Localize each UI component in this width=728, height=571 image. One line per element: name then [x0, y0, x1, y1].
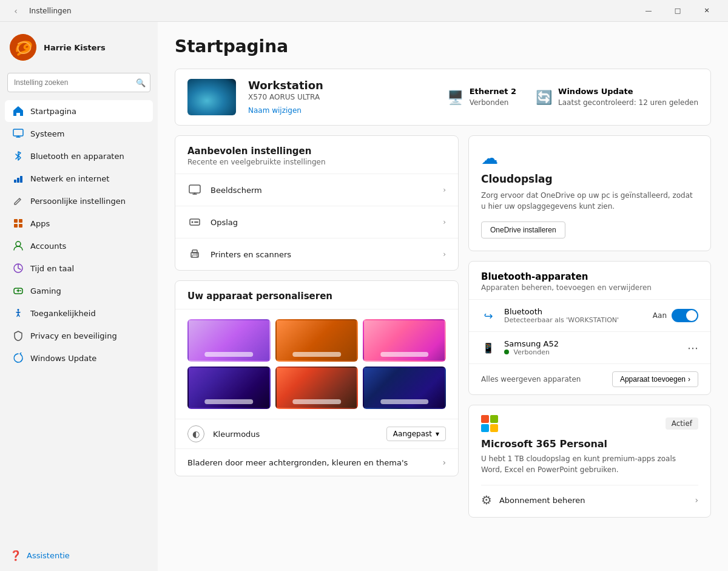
- bluetooth-footer: Alles weergeven apparaten Apparaat toevo…: [469, 363, 710, 394]
- bluetooth-radio-status: Detecteerbaar als 'WORKSTATION': [504, 316, 653, 324]
- onedrive-install-button[interactable]: OneDrive installeren: [481, 221, 565, 238]
- ethernet-value: Verbonden: [470, 98, 509, 107]
- svg-point-13: [18, 309, 19, 311]
- color-mode-dropdown[interactable]: Aangepast ▾: [386, 427, 446, 441]
- wallpaper-2[interactable]: [275, 319, 359, 362]
- personaliseren-card: Uw apparaat personaliseren: [175, 280, 459, 476]
- titlebar: ‹ Instellingen — □ ✕: [0, 0, 728, 22]
- windows_update-label: Windows Update: [30, 354, 96, 363]
- svg-point-9: [16, 242, 21, 246]
- bluetooth-radio-item: ↪ Bluetooth Detecteerbaar als 'WORKSTATI…: [469, 299, 710, 331]
- printers-chevron: ›: [443, 250, 446, 258]
- minimize-button[interactable]: —: [635, 0, 662, 22]
- search-icon: 🔍: [136, 78, 146, 87]
- sidebar-item-toegankelijkheid[interactable]: Toegankelijkheid: [5, 302, 153, 324]
- printers-icon: [187, 247, 202, 262]
- ethernet-label: Ethernet 2: [470, 87, 516, 96]
- settings-item-printers[interactable]: Printers en scanners ›: [175, 238, 458, 270]
- cloud-description: Zorg ervoor dat OneDrive op uw pc is geï…: [481, 190, 698, 212]
- bluetooth-title: Bluetooth-apparaten: [481, 271, 698, 282]
- windows-update-label: Windows Update: [558, 87, 698, 96]
- cloudopslag-content: ☁ Cloudopslag Zorg ervoor dat OneDrive o…: [469, 136, 710, 251]
- sidebar-item-windows_update[interactable]: Windows Update: [5, 347, 153, 369]
- assistie-label: Assistentie: [27, 551, 70, 560]
- close-button[interactable]: ✕: [693, 0, 721, 22]
- svg-rect-17: [194, 221, 198, 223]
- status-ethernet: 🖥️ Ethernet 2 Verbonden: [447, 87, 516, 107]
- beeldscherm-chevron: ›: [443, 186, 446, 194]
- samsung-more-button[interactable]: ⋯: [687, 342, 698, 354]
- subscription-manage-row[interactable]: ⚙ Abonnement beheren ›: [481, 485, 698, 507]
- browse-themes-row[interactable]: Bladeren door meer achtergronden, kleure…: [175, 448, 458, 476]
- aanbevolen-card: Aanbevolen instellingen Recente en veelg…: [175, 135, 459, 271]
- search-input[interactable]: [7, 73, 150, 92]
- svg-rect-4: [20, 176, 22, 183]
- user-name: Harrie Kisters: [44, 43, 106, 52]
- color-mode-label: Kleurmodus: [213, 430, 386, 439]
- bluetooth-description: Apparaten beheren, toevoegen en verwijde…: [481, 283, 698, 292]
- bluetooth-toggle-label: Aan: [653, 311, 667, 320]
- wallpaper-3[interactable]: [363, 319, 446, 362]
- taal-nav-icon: [12, 262, 24, 274]
- add-device-button[interactable]: Apparaat toevoegen ›: [612, 371, 698, 387]
- content-area: Startpagina Workstation X570 AORUS ULTRA…: [158, 22, 728, 571]
- device-status-area: 🖥️ Ethernet 2 Verbonden 🔄 Windows Update…: [447, 87, 698, 107]
- accounts-label: Accounts: [30, 242, 66, 251]
- samsung-status: Verbonden: [504, 348, 687, 356]
- apps-label: Apps: [30, 219, 50, 228]
- cloudopslag-card: ☁ Cloudopslag Zorg ervoor dat OneDrive o…: [468, 135, 711, 251]
- toegankelijkheid-nav-icon: [12, 307, 24, 319]
- systeem-nav-icon: [12, 127, 24, 140]
- microsoft365-card: Actief Microsoft 365 Personal U hebt 1 T…: [468, 405, 711, 518]
- svg-point-0: [10, 34, 36, 61]
- sidebar-item-bluetooth[interactable]: Bluetooth en apparaten: [5, 145, 153, 167]
- sidebar-item-persoonlijk[interactable]: Persoonlijke instellingen: [5, 190, 153, 212]
- device-thumbnail: [187, 79, 236, 115]
- systeem-label: Systeem: [30, 129, 64, 138]
- wallpaper-4[interactable]: [187, 367, 271, 409]
- left-column: Aanbevolen instellingen Recente en veelg…: [175, 135, 459, 518]
- svg-rect-6: [19, 219, 22, 223]
- toegankelijkheid-label: Toegankelijkheid: [30, 309, 96, 318]
- settings-item-beeldscherm[interactable]: Beeldscherm ›: [175, 174, 458, 206]
- assistie-button[interactable]: ❓ Assistentie: [0, 545, 158, 566]
- sidebar-item-apps[interactable]: Apps: [5, 212, 153, 234]
- maximize-button[interactable]: □: [664, 0, 692, 22]
- subscription-chevron: ›: [695, 495, 698, 505]
- svg-rect-14: [189, 185, 200, 193]
- printers-label: Printers en scanners: [211, 250, 443, 259]
- privacy-nav-icon: [12, 329, 24, 342]
- settings-item-opslag[interactable]: Opslag ›: [175, 206, 458, 238]
- wallpaper-5[interactable]: [275, 367, 359, 409]
- bluetooth-toggle[interactable]: [672, 309, 698, 322]
- wallpaper-6[interactable]: [363, 367, 446, 409]
- sidebar-item-netwerk[interactable]: Netwerk en internet: [5, 167, 153, 189]
- svg-rect-20: [192, 255, 197, 257]
- sidebar-item-accounts[interactable]: Accounts: [5, 235, 153, 257]
- opslag-label: Opslag: [211, 218, 443, 227]
- windows-update-value: Laatst gecontroleerd: 12 uren geleden: [558, 98, 698, 107]
- svg-rect-7: [14, 224, 18, 228]
- gaming-nav-icon: [12, 285, 24, 297]
- aanbevolen-subtitle: Recente en veelgebruikte instellingen: [187, 158, 446, 166]
- wallpaper-1[interactable]: [187, 319, 271, 362]
- sidebar-item-startpagina[interactable]: Startpagina: [5, 100, 153, 122]
- avatar: [10, 34, 36, 61]
- beeldscherm-label: Beeldscherm: [211, 186, 443, 195]
- page-title: Startpagina: [175, 36, 711, 56]
- personaliseren-header: Uw apparaat personaliseren: [175, 281, 458, 309]
- aanbevolen-title: Aanbevolen instellingen: [187, 146, 446, 157]
- sidebar-item-systeem[interactable]: Systeem: [5, 123, 153, 144]
- sidebar-item-taal[interactable]: Tijd en taal: [5, 257, 153, 279]
- sidebar-item-gaming[interactable]: Gaming: [5, 280, 153, 302]
- device-card: Workstation X570 AORUS ULTRA Naam wijzig…: [175, 69, 711, 126]
- taal-label: Tijd en taal: [30, 264, 74, 273]
- color-mode-icon: ◐: [187, 425, 204, 442]
- sidebar-item-privacy[interactable]: Privacy en beveiliging: [5, 325, 153, 346]
- gaming-label: Gaming: [30, 286, 61, 296]
- status-windows-update: 🔄 Windows Update Laatst gecontroleerd: 1…: [536, 87, 698, 107]
- ethernet-info: Ethernet 2 Verbonden: [470, 87, 516, 107]
- user-profile[interactable]: Harrie Kisters: [0, 27, 158, 70]
- back-button[interactable]: ‹: [7, 2, 24, 19]
- rename-link[interactable]: Naam wijzigen: [248, 106, 302, 115]
